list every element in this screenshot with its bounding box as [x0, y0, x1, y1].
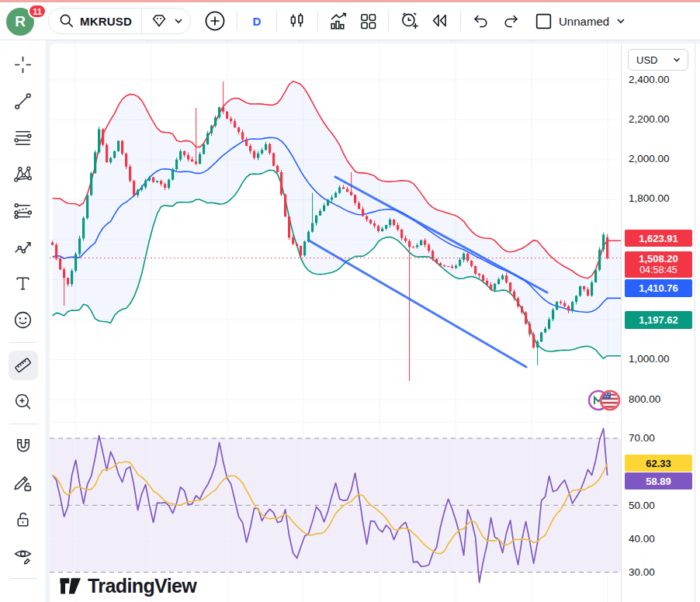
parallel-channel-icon[interactable] [9, 196, 38, 226]
xabcd-pattern-icon[interactable] [9, 160, 38, 189]
interval-value: D [253, 15, 262, 28]
price-axis-tick: 1,000.00 [629, 353, 670, 365]
rsi-axis-tick: 30.00 [629, 566, 655, 579]
lock-all-icon[interactable] [9, 505, 38, 535]
redo-button[interactable] [496, 7, 525, 35]
replay-button[interactable] [425, 7, 455, 35]
chevron-down-icon [615, 16, 626, 26]
trend-line-icon[interactable] [9, 87, 38, 116]
price-axis-tick: 1,800.00 [629, 192, 670, 205]
symbol-name: MKRUSD [80, 15, 132, 28]
interval-button[interactable]: D [243, 7, 271, 35]
watermark-text: TradingView [88, 575, 196, 597]
user-menu[interactable]: R 11 [6, 5, 37, 36]
emoji-tool-icon[interactable] [9, 306, 38, 335]
drawing-toolbar [0, 40, 47, 602]
chart-sheet: TradingView USD 2,400.002,200.002,000.00… [50, 43, 695, 602]
price-axis-tick: 2,000.00 [629, 153, 670, 165]
notification-badge: 11 [28, 4, 47, 19]
rsi-axis-tick: 40.00 [629, 533, 655, 545]
divider [460, 11, 461, 31]
ruler-tool-icon[interactable] [9, 351, 38, 380]
indicators-button[interactable] [324, 7, 354, 35]
rsi-ma-label: 62.33 [625, 455, 692, 472]
rsi-pane[interactable]: TradingView [50, 422, 621, 602]
chart-region: TradingView USD 2,400.002,200.002,000.00… [47, 40, 700, 602]
compare-add-button[interactable] [199, 7, 231, 35]
last-price-label: 1,508.2004:58:45 [625, 251, 692, 278]
currency-selector[interactable]: USD [628, 49, 688, 71]
bb-upper-label: 1,623.91 [625, 230, 692, 247]
price-pane[interactable] [50, 43, 621, 422]
chevron-down-icon[interactable] [173, 16, 184, 26]
plot-column: TradingView [50, 43, 621, 602]
elliott-wave-icon[interactable] [9, 233, 38, 262]
alert-button[interactable] [394, 7, 425, 35]
rsi-value-label: 58.89 [625, 472, 692, 490]
cursor-crosshair-icon[interactable] [9, 50, 38, 80]
text-tool-icon[interactable] [9, 269, 38, 299]
symbol-search[interactable]: MKRUSD [48, 8, 191, 34]
gem-icon[interactable] [150, 12, 168, 30]
price-axis-tick: 2,200.00 [629, 113, 670, 126]
layout-name: Unnamed [559, 15, 609, 28]
tradingview-watermark[interactable]: TradingView [59, 575, 196, 597]
divider [141, 8, 142, 34]
toolbar-separator [9, 578, 37, 579]
tradingview-app: R 11 MKRUSD D [0, 0, 700, 602]
tradingview-logo-icon [59, 576, 82, 597]
top-toolbar: R 11 MKRUSD D [0, 2, 700, 40]
divider [388, 11, 389, 31]
toolbar-separator [9, 424, 37, 424]
chart-type-button[interactable] [282, 7, 312, 35]
price-axis-tick: 2,400.00 [629, 74, 670, 86]
price-chart[interactable] [50, 43, 621, 422]
symbol-pair-logo [587, 386, 621, 414]
divider [237, 11, 237, 31]
fib-retracement-icon[interactable] [9, 123, 38, 153]
hide-drawings-icon[interactable] [9, 541, 38, 571]
magnet-icon[interactable] [9, 432, 38, 462]
collapsed-side-panel[interactable] [695, 43, 700, 602]
search-icon [58, 12, 75, 29]
main-area: TradingView USD 2,400.002,200.002,000.00… [0, 40, 700, 602]
indicator-templates-button[interactable] [354, 7, 383, 35]
layout-button[interactable]: Unnamed [528, 7, 631, 35]
zoom-in-tool-icon[interactable] [9, 387, 38, 417]
chevron-down-icon [672, 55, 681, 64]
rsi-axis-tick: 50.00 [629, 500, 655, 512]
bb-basis-label: 1,410.76 [625, 279, 692, 297]
price-scale-axis[interactable]: USD 2,400.002,200.002,000.001,800.001,00… [621, 43, 695, 602]
toolbar-separator [9, 342, 37, 343]
drawing-lock-icon[interactable] [9, 469, 38, 498]
price-axis-tick: 800.00 [629, 393, 660, 406]
currency-value: USD [636, 54, 657, 66]
divider [317, 11, 318, 31]
rsi-axis-tick: 70.00 [629, 432, 655, 445]
undo-button[interactable] [466, 7, 496, 35]
divider [276, 11, 277, 31]
bb-lower-label: 1,197.62 [625, 311, 692, 329]
